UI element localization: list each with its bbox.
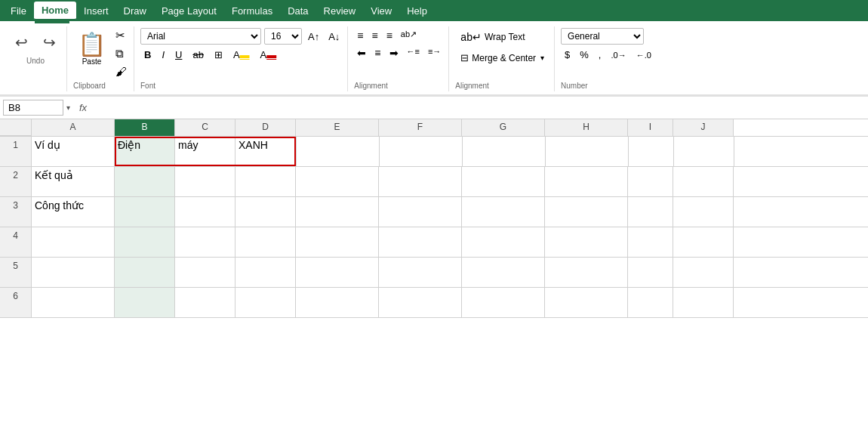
col-header-J[interactable]: J [673,119,734,136]
cut-icon[interactable]: ✂ [113,28,129,43]
strikethrough-button[interactable]: ab [189,48,207,62]
cell-G1[interactable] [463,137,546,166]
cell-D5[interactable] [235,258,296,287]
merge-center-button[interactable]: ⊟ Merge & Center ▾ [455,49,549,66]
cell-C4[interactable] [175,227,235,257]
cell-F1[interactable] [380,137,463,166]
cell-C2[interactable] [175,167,235,196]
row-header-3[interactable]: 3 [0,197,32,227]
cell-I3[interactable] [628,197,673,227]
cell-A3[interactable]: Công thức [32,197,115,227]
row-header-6[interactable]: 6 [0,288,32,317]
cell-E1[interactable] [297,137,380,166]
row-header-1[interactable]: 1 [0,137,32,166]
menu-help[interactable]: Help [399,2,435,20]
cell-E5[interactable] [296,258,379,287]
cell-I6[interactable] [628,288,673,317]
cell-J5[interactable] [673,258,734,287]
col-header-B[interactable]: B [115,119,175,136]
align-top-left-icon[interactable]: ≡ [354,28,366,43]
cell-D1[interactable]: XANH [235,137,296,166]
cell-D6[interactable] [235,288,296,317]
menu-home[interactable]: Home [34,2,76,20]
cell-H5[interactable] [545,258,628,287]
formula-input[interactable] [96,100,865,115]
menu-data[interactable]: Data [280,2,315,20]
cell-D4[interactable] [235,227,296,257]
menu-formulas[interactable]: Formulas [224,2,280,20]
menu-insert[interactable]: Insert [76,2,116,20]
cell-A5[interactable] [32,258,115,287]
col-header-H[interactable]: H [545,119,628,136]
increase-decimal-icon[interactable]: .0→ [607,49,629,61]
cell-H1[interactable] [546,137,629,166]
cell-H3[interactable] [545,197,628,227]
menu-draw[interactable]: Draw [116,2,154,20]
cell-E6[interactable] [296,288,379,317]
italic-button[interactable]: I [158,48,168,62]
cell-E3[interactable] [296,197,379,227]
col-header-G[interactable]: G [462,119,545,136]
row-header-4[interactable]: 4 [0,227,32,257]
cell-H4[interactable] [545,227,628,257]
dollar-icon[interactable]: $ [561,48,574,62]
font-grow-icon[interactable]: A↑ [305,29,322,44]
cell-C6[interactable] [175,288,235,317]
decrease-indent-icon[interactable]: ←≡ [404,45,423,60]
cell-B5[interactable] [115,258,175,287]
merged-cell-B1-D1[interactable]: Điện máy XANH [115,137,297,166]
cell-G6[interactable] [462,288,545,317]
font-color-icon[interactable]: A▬ [257,48,281,62]
align-center-icon[interactable]: ≡ [371,45,383,60]
cell-I5[interactable] [628,258,673,287]
orient-icon[interactable]: ab↗ [398,28,420,43]
underline-button[interactable]: U [171,48,186,62]
redo-button[interactable]: ↪ [37,31,62,54]
merge-dropdown-icon[interactable]: ▾ [540,54,544,62]
number-format-select[interactable]: General [561,28,644,45]
cell-G3[interactable] [462,197,545,227]
col-header-D[interactable]: D [235,119,296,136]
cell-J4[interactable] [673,227,734,257]
cell-F2[interactable] [379,167,462,196]
cell-F5[interactable] [379,258,462,287]
cell-E4[interactable] [296,227,379,257]
cell-B4[interactable] [115,227,175,257]
cell-J2[interactable] [673,167,734,196]
cell-A4[interactable] [32,227,115,257]
bold-button[interactable]: B [140,48,155,62]
cell-B6[interactable] [115,288,175,317]
paste-button[interactable]: 📋 Paste [73,28,110,69]
cell-G5[interactable] [462,258,545,287]
copy-icon[interactable]: ⧉ [113,46,129,61]
cell-G2[interactable] [462,167,545,196]
align-left-icon[interactable]: ⬅ [354,45,369,60]
wrap-text-button[interactable]: ab↵ Wrap Text [455,28,549,46]
cell-E2[interactable] [296,167,379,196]
cell-I4[interactable] [628,227,673,257]
menu-page-layout[interactable]: Page Layout [154,2,224,20]
cell-B3[interactable] [115,197,175,227]
cell-J1[interactable] [674,137,734,166]
cell-C5[interactable] [175,258,235,287]
cell-I1[interactable] [629,137,674,166]
percent-icon[interactable]: % [576,48,593,62]
cell-H6[interactable] [545,288,628,317]
cell-F6[interactable] [379,288,462,317]
font-size-select[interactable]: 16 [264,28,302,45]
fill-color-icon[interactable]: A▬ [229,48,254,62]
cell-C3[interactable] [175,197,235,227]
col-header-A[interactable]: A [32,119,115,136]
align-right-icon[interactable]: ➡ [386,45,402,60]
menu-view[interactable]: View [363,2,399,20]
cell-A1[interactable]: Ví dụ [32,137,115,166]
cell-J6[interactable] [673,288,734,317]
dropdown-arrow-icon[interactable]: ▾ [66,103,70,112]
align-top-right-icon[interactable]: ≡ [383,28,396,43]
row-header-5[interactable]: 5 [0,258,32,287]
cell-J3[interactable] [673,197,734,227]
format-painter-icon[interactable]: 🖌 [113,64,129,79]
cell-I2[interactable] [628,167,673,196]
cell-B1[interactable]: Điện [115,137,175,166]
font-shrink-icon[interactable]: A↓ [325,29,343,44]
